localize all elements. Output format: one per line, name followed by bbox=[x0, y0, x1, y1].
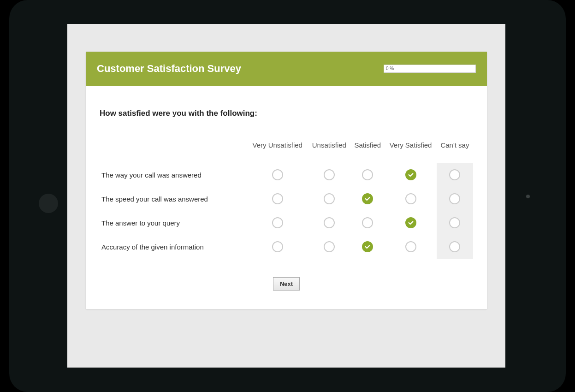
checkmark-icon bbox=[364, 244, 371, 250]
checkmark-icon bbox=[364, 196, 371, 202]
radio-option[interactable] bbox=[405, 217, 416, 228]
checkmark-icon bbox=[408, 172, 414, 178]
radio-cell bbox=[437, 211, 473, 235]
radio-option[interactable] bbox=[272, 169, 283, 180]
radio-cell bbox=[308, 163, 350, 187]
radio-cell bbox=[350, 187, 385, 211]
radio-cell bbox=[350, 235, 385, 259]
checkmark-icon bbox=[408, 220, 414, 226]
radio-cell bbox=[437, 235, 473, 259]
survey-title: Customer Satisfaction Survey bbox=[97, 63, 241, 75]
tablet-camera-icon bbox=[526, 195, 530, 198]
row-label: The speed your call was answered bbox=[100, 187, 247, 211]
radio-cell bbox=[385, 211, 437, 235]
column-header: Can't say bbox=[437, 137, 473, 163]
radio-cell bbox=[247, 187, 308, 211]
column-header: Very Unsatisfied bbox=[247, 137, 308, 163]
table-row: The answer to your query bbox=[100, 211, 473, 235]
radio-option[interactable] bbox=[272, 193, 283, 204]
tablet-screen: Customer Satisfaction Survey 0 % How sat… bbox=[67, 24, 505, 368]
radio-option[interactable] bbox=[324, 193, 335, 204]
radio-option[interactable] bbox=[324, 217, 335, 228]
radio-cell bbox=[247, 163, 308, 187]
radio-cell bbox=[385, 187, 437, 211]
radio-option[interactable] bbox=[272, 241, 283, 252]
row-label: The answer to your query bbox=[100, 211, 247, 235]
survey-body: How satisfied were you with the followin… bbox=[86, 86, 487, 309]
table-row: The way your call was answered bbox=[100, 163, 473, 187]
radio-cell bbox=[247, 235, 308, 259]
radio-option[interactable] bbox=[405, 169, 416, 180]
survey-panel: Customer Satisfaction Survey 0 % How sat… bbox=[86, 52, 487, 309]
table-row: The speed your call was answered bbox=[100, 187, 473, 211]
radio-cell bbox=[308, 211, 350, 235]
tablet-home-button[interactable] bbox=[39, 194, 58, 213]
radio-option[interactable] bbox=[324, 169, 335, 180]
radio-option[interactable] bbox=[405, 193, 416, 204]
radio-option[interactable] bbox=[362, 169, 373, 180]
radio-option[interactable] bbox=[324, 241, 335, 252]
row-label: Accuracy of the given information bbox=[100, 235, 247, 259]
radio-cell bbox=[385, 235, 437, 259]
radio-cell bbox=[247, 211, 308, 235]
radio-option[interactable] bbox=[362, 241, 373, 252]
radio-cell bbox=[308, 187, 350, 211]
radio-option[interactable] bbox=[362, 193, 373, 204]
radio-cell bbox=[350, 211, 385, 235]
row-label: The way your call was answered bbox=[100, 163, 247, 187]
radio-cell bbox=[350, 163, 385, 187]
question-text: How satisfied were you with the followin… bbox=[100, 109, 473, 118]
radio-option[interactable] bbox=[449, 217, 460, 228]
radio-option[interactable] bbox=[449, 169, 460, 180]
tablet-frame: Customer Satisfaction Survey 0 % How sat… bbox=[9, 0, 566, 392]
radio-cell bbox=[437, 163, 473, 187]
radio-cell bbox=[308, 235, 350, 259]
radio-option[interactable] bbox=[405, 241, 416, 252]
table-row: Accuracy of the given information bbox=[100, 235, 473, 259]
progress-indicator: 0 % bbox=[384, 65, 476, 73]
column-header: Very Satisfied bbox=[385, 137, 437, 163]
radio-option[interactable] bbox=[362, 217, 373, 228]
radio-option[interactable] bbox=[449, 241, 460, 252]
radio-cell bbox=[385, 163, 437, 187]
radio-option[interactable] bbox=[449, 193, 460, 204]
matrix-corner bbox=[100, 137, 247, 163]
rating-matrix: Very Unsatisfied Unsatisfied Satisfied V… bbox=[100, 137, 473, 259]
column-header: Unsatisfied bbox=[308, 137, 350, 163]
button-row: Next bbox=[100, 277, 473, 291]
radio-cell bbox=[437, 187, 473, 211]
next-button[interactable]: Next bbox=[273, 277, 300, 291]
survey-header: Customer Satisfaction Survey 0 % bbox=[86, 52, 487, 86]
column-header: Satisfied bbox=[350, 137, 385, 163]
radio-option[interactable] bbox=[272, 217, 283, 228]
